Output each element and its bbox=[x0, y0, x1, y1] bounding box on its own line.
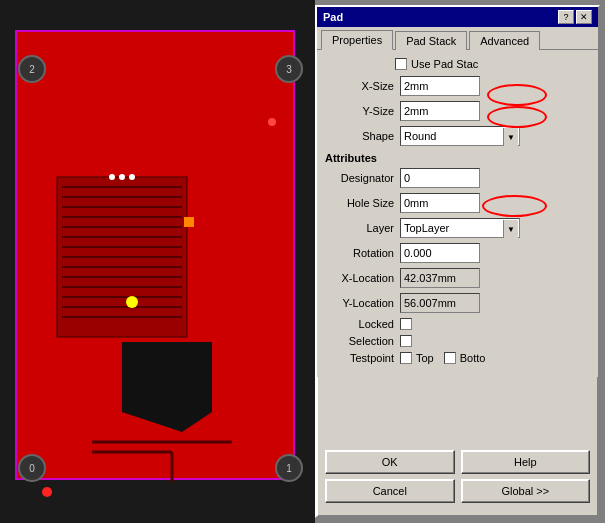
svg-point-33 bbox=[42, 487, 52, 497]
shape-label: Shape bbox=[325, 130, 400, 142]
tab-properties[interactable]: Properties bbox=[321, 30, 393, 50]
tab-advanced[interactable]: Advanced bbox=[469, 31, 540, 50]
locked-row: Locked bbox=[325, 318, 590, 330]
dialog-title: Pad bbox=[323, 11, 343, 23]
cancel-button[interactable]: Cancel bbox=[325, 479, 455, 503]
ok-button[interactable]: OK bbox=[325, 450, 455, 474]
dialog-titlebar: Pad ? ✕ bbox=[317, 7, 598, 27]
corner-marker-2: 2 bbox=[18, 55, 46, 83]
layer-row: Layer TopLayer BottomLayer MultiLayer bbox=[325, 218, 590, 238]
bottom-buttons: OK Help Cancel Global >> bbox=[325, 450, 590, 508]
global-button[interactable]: Global >> bbox=[461, 479, 591, 503]
y-location-label: Y-Location bbox=[325, 297, 400, 309]
button-row-2: Cancel Global >> bbox=[325, 479, 590, 503]
help-button[interactable]: ? bbox=[558, 10, 574, 24]
pad-dialog: Pad ? ✕ Properties Pad Stack Advanced Us… bbox=[315, 5, 600, 518]
layer-select[interactable]: TopLayer BottomLayer MultiLayer bbox=[400, 218, 520, 238]
y-location-row: Y-Location bbox=[325, 293, 590, 313]
selection-checkbox[interactable] bbox=[400, 335, 412, 347]
svg-point-28 bbox=[119, 174, 125, 180]
y-size-input[interactable] bbox=[400, 101, 480, 121]
tab-content: Use Pad Stac X-Size Y-Size Shape Round R… bbox=[317, 49, 598, 377]
designator-input[interactable] bbox=[400, 168, 480, 188]
rotation-input[interactable] bbox=[400, 243, 480, 263]
shape-select[interactable]: Round Rectangular Oval bbox=[400, 126, 520, 146]
designator-label: Designator bbox=[325, 172, 400, 184]
locked-checkbox[interactable] bbox=[400, 318, 412, 330]
use-pad-stac-label: Use Pad Stac bbox=[411, 58, 478, 70]
tabs-bar: Properties Pad Stack Advanced bbox=[317, 27, 598, 50]
attributes-header: Attributes bbox=[325, 152, 590, 164]
designator-row: Designator bbox=[325, 168, 590, 188]
shape-row: Shape Round Rectangular Oval bbox=[325, 126, 590, 146]
x-location-row: X-Location bbox=[325, 268, 590, 288]
use-pad-stac-row: Use Pad Stac bbox=[395, 58, 590, 70]
x-size-row: X-Size bbox=[325, 76, 590, 96]
hole-size-row: Hole Size bbox=[325, 193, 590, 213]
locked-label: Locked bbox=[325, 318, 400, 330]
rotation-row: Rotation bbox=[325, 243, 590, 263]
close-button[interactable]: ✕ bbox=[576, 10, 592, 24]
selection-label: Selection bbox=[325, 335, 400, 347]
svg-point-29 bbox=[129, 174, 135, 180]
x-location-input[interactable] bbox=[400, 268, 480, 288]
svg-rect-26 bbox=[184, 217, 194, 227]
hole-size-input[interactable] bbox=[400, 193, 480, 213]
selection-row: Selection bbox=[325, 335, 590, 347]
corner-marker-0: 0 bbox=[18, 454, 46, 482]
x-size-label: X-Size bbox=[325, 80, 400, 92]
svg-point-27 bbox=[109, 174, 115, 180]
use-pad-stac-checkbox[interactable] bbox=[395, 58, 407, 70]
pcb-board bbox=[15, 30, 295, 480]
testpoint-label: Testpoint bbox=[325, 352, 400, 364]
svg-point-25 bbox=[126, 296, 138, 308]
testpoint-row: Testpoint Top Botto bbox=[325, 352, 590, 364]
svg-point-1 bbox=[268, 118, 276, 126]
hole-size-label: Hole Size bbox=[325, 197, 400, 209]
x-size-input[interactable] bbox=[400, 76, 480, 96]
layer-label: Layer bbox=[325, 222, 400, 234]
y-size-label: Y-Size bbox=[325, 105, 400, 117]
y-location-input[interactable] bbox=[400, 293, 480, 313]
rotation-label: Rotation bbox=[325, 247, 400, 259]
tab-pad-stack[interactable]: Pad Stack bbox=[395, 31, 467, 50]
corner-marker-3: 3 bbox=[275, 55, 303, 83]
botto-label: Botto bbox=[460, 352, 486, 364]
x-location-label: X-Location bbox=[325, 272, 400, 284]
button-row-1: OK Help bbox=[325, 450, 590, 474]
titlebar-buttons: ? ✕ bbox=[558, 10, 592, 24]
testpoint-top-checkbox[interactable] bbox=[400, 352, 412, 364]
pcb-view-panel: 2 3 0 1 bbox=[0, 0, 315, 523]
help-dialog-button[interactable]: Help bbox=[461, 450, 591, 474]
corner-marker-1: 1 bbox=[275, 454, 303, 482]
top-label: Top bbox=[416, 352, 434, 364]
y-size-row: Y-Size bbox=[325, 101, 590, 121]
testpoint-botto-checkbox[interactable] bbox=[444, 352, 456, 364]
